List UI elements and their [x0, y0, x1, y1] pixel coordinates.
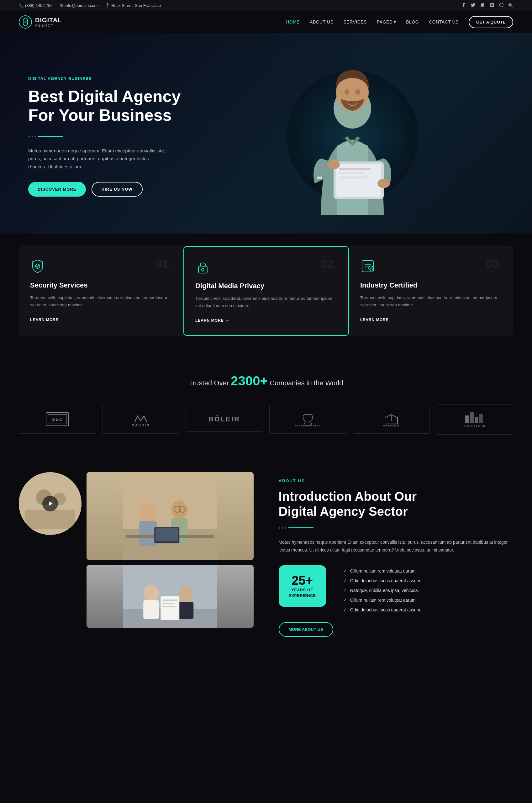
svg-rect-11 [339, 172, 364, 174]
nav-blog[interactable]: BLOG [406, 19, 419, 24]
twitter-icon[interactable] [471, 2, 476, 8]
about-bottom: 25+ YEARS OF EXPERIENCE ✓ Cillum nullam … [279, 565, 513, 613]
svg-point-17 [35, 264, 40, 268]
about-img-bottom [87, 565, 254, 628]
svg-point-6 [344, 89, 349, 95]
about-divider: • • • [279, 525, 513, 531]
svg-rect-12 [339, 176, 367, 178]
divider-dots: • • • [28, 134, 36, 139]
pinterest-icon[interactable] [499, 2, 504, 8]
svg-point-13 [327, 160, 340, 169]
feature-text-5: Odio doloribus lacus quaerat assum. [350, 607, 421, 612]
svg-point-47 [139, 503, 157, 523]
svg-text:ARMOND: ARMOND [383, 424, 400, 427]
brand-armond: ARMOND [353, 405, 430, 434]
about-divider-dots: • • • [279, 525, 287, 531]
location-icon: 📍 [105, 3, 110, 8]
svg-point-58 [143, 585, 159, 602]
service-link-2[interactable]: LEARN MORE → [195, 318, 337, 323]
svg-rect-31 [470, 412, 474, 423]
service-num-2: 02. [321, 258, 337, 271]
svg-rect-64 [163, 603, 175, 604]
svg-rect-32 [475, 417, 478, 423]
nav-pages[interactable]: PAGES ▾ [377, 19, 396, 24]
main-nav: HOME ABOUT US SERVICES PAGES ▾ BLOG CONT… [286, 16, 513, 28]
trusted-title: Trusted Over 2300+ Companies in the Worl… [19, 374, 513, 388]
svg-rect-48 [139, 521, 157, 546]
svg-rect-33 [479, 414, 483, 423]
service-title-3: Industry Certified [360, 281, 502, 289]
phone-icon: 📞 [19, 3, 24, 8]
nav-contact[interactable]: CONTACT US [429, 19, 459, 24]
about-features: ✓ Cillum nullam rem volutpat earum. ✓ Od… [343, 568, 421, 613]
service-card-1: 01. Security Services Torquent velit, cu… [19, 246, 184, 336]
brand-bastil: PROFESSIONALS [269, 405, 346, 434]
nav-home[interactable]: HOME [286, 19, 300, 24]
email-address: info@domain.com [64, 3, 97, 8]
nav-services[interactable]: SERVICES [344, 19, 367, 24]
service-title-2: Digital Media Privacy [195, 282, 337, 290]
hero-section: DIGITAL AGENCY BUSINESS Best Digital Age… [0, 33, 532, 234]
svg-point-14 [377, 179, 390, 188]
feature-4: ✓ Cillum nullam rem volutpat earum. [343, 597, 421, 603]
hero-title: Best Digital Agency For Your Business [28, 87, 191, 125]
hero-circle-container [274, 58, 431, 215]
service-desc-3: Torquent velit, cupidatat, venenatis eiu… [360, 294, 502, 309]
svg-rect-10 [339, 168, 370, 170]
discover-more-button[interactable]: DISCOVER MORE [28, 182, 86, 197]
brand-fifthflour: FIFTHFLOUR [436, 404, 513, 435]
check-icon-1: ✓ [343, 568, 347, 574]
email-icon: ✉ [60, 3, 64, 8]
instagram-icon[interactable] [489, 2, 494, 8]
svg-rect-53 [155, 528, 178, 541]
svg-text:GEO: GEO [52, 417, 63, 422]
trusted-section: Trusted Over 2300+ Companies in the Worl… [0, 355, 532, 453]
brand-logos: GEO MADRIN BŌLEIR PROFESSIONALS [19, 404, 513, 435]
service-card-2: 02. Digital Media Privacy Torquent velit… [184, 246, 349, 336]
feature-1: ✓ Cillum nullam rem volutpat earum. [343, 568, 421, 574]
check-icon-3: ✓ [343, 587, 347, 593]
svg-text:MADRIN: MADRIN [132, 424, 150, 427]
header: DIGITAL AGENCY HOME ABOUT US SERVICES PA… [0, 11, 532, 33]
check-icon-2: ✓ [343, 577, 347, 584]
svg-text:FIFTHFLOUR: FIFTHFLOUR [464, 425, 486, 428]
hire-us-button[interactable]: HIRE US NOW [92, 182, 142, 197]
more-about-button[interactable]: MORE ABOUT US [279, 622, 333, 637]
divider-line [38, 136, 63, 137]
quote-button[interactable]: GET A QUOTE [469, 16, 513, 28]
facebook-icon[interactable] [461, 2, 466, 8]
about-img-column [87, 472, 254, 628]
nav-about[interactable]: ABOUT US [310, 19, 333, 24]
brand-geo: GEO [19, 405, 96, 434]
hero-title-line2: For Your Business [28, 106, 172, 124]
about-description: Metus hymenaeos neque aperiam! Etiam exc… [279, 538, 513, 554]
logo[interactable]: DIGITAL AGENCY [19, 15, 62, 28]
services-section: 01. Security Services Torquent velit, cu… [0, 234, 532, 355]
about-title: Introduction About Our Digital Agency Se… [279, 489, 513, 519]
svg-rect-38 [25, 510, 75, 529]
service-card-3: 03. Industry Certified Torquent velit, c… [349, 246, 513, 336]
experience-number: 25+ [291, 574, 313, 587]
search-icon[interactable]: 🔍 [508, 3, 513, 8]
top-bar-contact: 📞 (888) 1452 756 ✉ info@domain.com 📍 Roc… [19, 3, 161, 8]
chevron-down-icon: ▾ [394, 19, 396, 24]
hero-title-line1: Best Digital Agency [28, 87, 180, 106]
service-link-1[interactable]: LEARN MORE → [30, 318, 172, 322]
trusted-prefix: Trusted Over [189, 379, 229, 387]
address-text: Rock Street, San Francisco [111, 3, 161, 8]
whatsapp-icon[interactable] [480, 2, 485, 8]
feature-2: ✓ Odio doloribus lacus quaerat assum. [343, 577, 421, 584]
play-button[interactable] [42, 496, 58, 511]
brand-boleir: BŌLEIR [186, 407, 263, 432]
svg-rect-30 [465, 416, 469, 423]
svg-point-60 [178, 586, 193, 604]
experience-stats: 25+ YEARS OF EXPERIENCE [279, 565, 326, 607]
service-num-3: 03. [486, 257, 502, 271]
svg-point-3 [24, 20, 27, 23]
hero-content: DIGITAL AGENCY BUSINESS Best Digital Age… [28, 76, 191, 197]
service-link-3[interactable]: LEARN MORE → [360, 318, 502, 322]
hero-image [191, 58, 513, 215]
top-bar: 📞 (888) 1452 756 ✉ info@domain.com 📍 Roc… [0, 0, 532, 11]
feature-text-3: Natoque, cubilia eos ipsa, vehicula. [350, 588, 419, 593]
services-cards: 01. Security Services Torquent velit, cu… [19, 246, 513, 336]
